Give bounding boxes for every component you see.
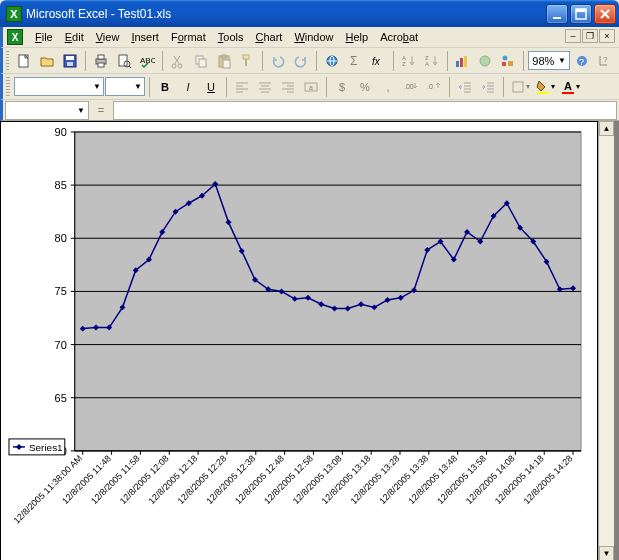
svg-rect-46 xyxy=(513,82,523,92)
mdi-close-button[interactable]: × xyxy=(599,29,615,43)
mdi-minimize-button[interactable]: – xyxy=(565,29,581,43)
align-left-button[interactable] xyxy=(231,76,253,98)
svg-rect-10 xyxy=(119,55,127,66)
font-color-button[interactable]: A▾ xyxy=(558,76,582,98)
excel-doc-icon: X xyxy=(7,29,23,45)
decrease-indent-button[interactable] xyxy=(454,76,476,98)
chart-sheet[interactable]: 6065707580859012/8/2005 11:38:00 AM12/8/… xyxy=(0,121,598,560)
svg-rect-5 xyxy=(66,56,74,60)
map-button[interactable] xyxy=(474,50,496,72)
redo-button[interactable] xyxy=(290,50,312,72)
name-box[interactable]: ▼ xyxy=(5,101,89,120)
print-preview-button[interactable] xyxy=(113,50,135,72)
svg-rect-22 xyxy=(245,59,247,66)
formatting-toolbar: ▼ ▼ B I U a $ % , .00 .0 ▾ ▾ A▾ xyxy=(0,74,619,100)
svg-text:Series1: Series1 xyxy=(29,442,63,453)
cut-button[interactable] xyxy=(167,50,189,72)
help-button[interactable]: ? xyxy=(571,50,593,72)
scroll-up-button[interactable]: ▲ xyxy=(599,121,614,136)
svg-rect-32 xyxy=(456,61,459,67)
drawing-button[interactable] xyxy=(497,50,519,72)
increase-indent-button[interactable] xyxy=(477,76,499,98)
toolbar-separator xyxy=(262,51,263,71)
menu-format[interactable]: Format xyxy=(165,29,212,45)
minimize-button[interactable] xyxy=(546,4,568,24)
scroll-track[interactable] xyxy=(599,136,614,546)
format-painter-button[interactable] xyxy=(236,50,258,72)
close-button[interactable] xyxy=(594,4,616,24)
borders-button[interactable]: ▾ xyxy=(508,76,532,98)
svg-text:90: 90 xyxy=(55,126,67,138)
toolbar-separator xyxy=(326,77,327,97)
formula-input[interactable] xyxy=(113,101,617,120)
menu-view[interactable]: View xyxy=(90,29,126,45)
italic-button[interactable]: I xyxy=(177,76,199,98)
svg-rect-9 xyxy=(98,63,104,67)
percent-button[interactable]: % xyxy=(354,76,376,98)
svg-rect-33 xyxy=(460,58,463,67)
hyperlink-button[interactable] xyxy=(321,50,343,72)
toolbar-separator xyxy=(316,51,317,71)
copy-button[interactable] xyxy=(190,50,212,72)
menu-acrobat[interactable]: Acrobat xyxy=(374,29,424,45)
sort-asc-button[interactable]: AZ xyxy=(398,50,420,72)
svg-rect-0 xyxy=(553,17,561,19)
font-name-combobox[interactable]: ▼ xyxy=(14,77,104,96)
menu-file[interactable]: File xyxy=(29,29,59,45)
open-button[interactable] xyxy=(36,50,58,72)
formula-bar: ▼ = xyxy=(0,100,619,121)
toolbar-separator xyxy=(226,77,227,97)
comma-button[interactable]: , xyxy=(377,76,399,98)
fx-label: = xyxy=(89,104,113,116)
menu-tools[interactable]: Tools xyxy=(212,29,250,45)
toolbar-grip[interactable] xyxy=(6,77,10,97)
toolbar-separator xyxy=(447,51,448,71)
chartwizard-button[interactable] xyxy=(451,50,473,72)
menu-window[interactable]: Window xyxy=(288,29,339,45)
vertical-scrollbar[interactable]: ▲ ▼ xyxy=(598,121,614,560)
menu-chart[interactable]: Chart xyxy=(249,29,288,45)
svg-rect-8 xyxy=(98,55,104,59)
svg-text:Z: Z xyxy=(402,61,406,67)
menu-edit[interactable]: Edit xyxy=(59,29,90,45)
svg-text:a: a xyxy=(309,84,313,91)
svg-text:A: A xyxy=(425,61,429,67)
svg-rect-17 xyxy=(199,59,206,67)
increase-decimal-button[interactable]: .00 xyxy=(400,76,422,98)
svg-text:65: 65 xyxy=(55,392,67,404)
paste-button[interactable] xyxy=(213,50,235,72)
toolbar-separator xyxy=(393,51,394,71)
svg-text:?: ? xyxy=(603,55,608,64)
autosum-button[interactable]: Σ xyxy=(344,50,366,72)
toolbar-grip[interactable] xyxy=(6,51,9,71)
svg-line-12 xyxy=(129,66,131,68)
maximize-button[interactable] xyxy=(570,4,592,24)
scroll-down-button[interactable]: ▼ xyxy=(599,546,614,560)
zoom-combobox[interactable]: 98%▼ xyxy=(528,51,570,70)
decrease-decimal-button[interactable]: .0 xyxy=(423,76,445,98)
spellcheck-button[interactable]: ABC xyxy=(136,50,158,72)
align-right-button[interactable] xyxy=(277,76,299,98)
function-button[interactable]: fx xyxy=(367,50,389,72)
whatsthis-button[interactable]: ? xyxy=(594,50,616,72)
sort-desc-button[interactable]: ZA xyxy=(421,50,443,72)
svg-text:A: A xyxy=(564,80,572,92)
new-button[interactable] xyxy=(13,50,35,72)
menu-insert[interactable]: Insert xyxy=(125,29,165,45)
menu-help[interactable]: Help xyxy=(340,29,375,45)
align-center-button[interactable] xyxy=(254,76,276,98)
fill-color-button[interactable]: ▾ xyxy=(533,76,557,98)
currency-button[interactable]: $ xyxy=(331,76,353,98)
mdi-restore-button[interactable]: ❐ xyxy=(582,29,598,43)
save-button[interactable] xyxy=(59,50,81,72)
print-button[interactable] xyxy=(90,50,112,72)
window-title: Microsoft Excel - Test01.xls xyxy=(26,7,171,21)
underline-button[interactable]: U xyxy=(200,76,222,98)
toolbar-separator xyxy=(523,51,524,71)
merge-center-button[interactable]: a xyxy=(300,76,322,98)
excel-icon: X xyxy=(6,6,22,22)
toolbar-separator xyxy=(162,51,163,71)
font-size-combobox[interactable]: ▼ xyxy=(105,77,145,96)
undo-button[interactable] xyxy=(267,50,289,72)
bold-button[interactable]: B xyxy=(154,76,176,98)
